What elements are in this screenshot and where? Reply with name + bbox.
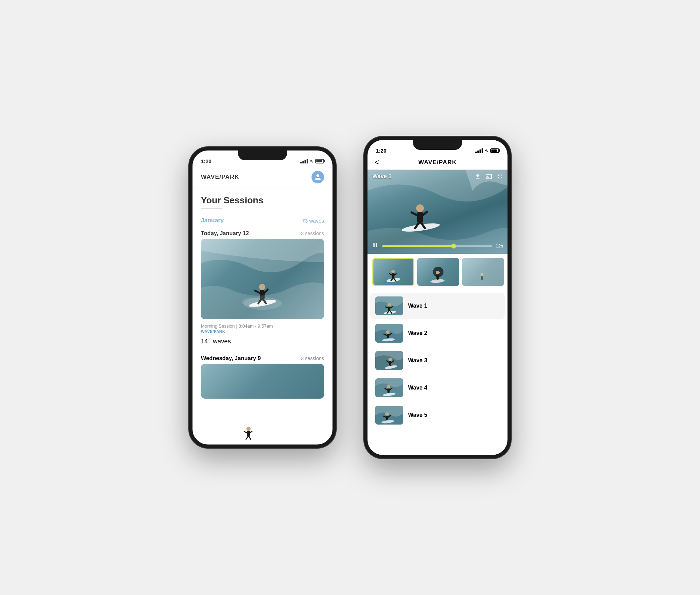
notch [238, 150, 287, 160]
svg-point-58 [387, 385, 390, 388]
svg-rect-33 [481, 275, 483, 280]
svg-point-46 [386, 330, 390, 334]
notch-right [413, 140, 462, 150]
time-label: 12s [496, 243, 503, 248]
bar2r [477, 150, 479, 153]
bar1r [475, 152, 477, 153]
wave-name-2: Wave 2 [408, 330, 427, 336]
svg-line-26 [390, 274, 392, 275]
surf-image-small [201, 364, 324, 399]
video-wave-label: Wave 1 [372, 173, 392, 180]
svg-point-38 [387, 303, 391, 307]
right-header: < WAVE/PARK [368, 157, 507, 170]
video-background [368, 170, 507, 254]
thumb-surfer-3 [475, 267, 489, 285]
wave-thumb-surfer-2 [375, 324, 403, 343]
session-image-wednesday[interactable] [201, 364, 324, 399]
wave-item-2[interactable]: Wave 2 [370, 320, 505, 346]
svg-rect-45 [387, 334, 389, 338]
thumbnail-3[interactable] [462, 258, 504, 286]
wave-name-5: Wave 5 [408, 412, 427, 418]
wave-thumb-surfer-3 [375, 351, 403, 370]
left-phone: 1:20 ∿ WAVE/PARK Your Sessions [189, 147, 336, 448]
wave-item-5[interactable]: Wave 5 [370, 402, 505, 428]
right-phone: 1:20 ∿ < WAVE/PARK [364, 136, 511, 458]
svg-point-32 [436, 271, 439, 274]
wave-shapes-video [368, 170, 507, 254]
video-controls-bottom: 12s [372, 241, 503, 250]
status-icons-right: ∿ [475, 148, 499, 153]
pause-button[interactable] [372, 241, 379, 250]
cast-icon[interactable] [486, 173, 492, 181]
wave-thumb-5 [375, 406, 403, 425]
thumbnail-2[interactable]: ▶ [417, 258, 459, 286]
svg-line-27 [394, 274, 396, 275]
status-time-right: 1:20 [376, 148, 386, 154]
video-player[interactable]: Wave 1 [368, 170, 507, 254]
wave-thumb-1 [375, 296, 403, 315]
svg-rect-24 [392, 273, 394, 279]
wave-thumb-3 [375, 351, 403, 370]
svg-rect-37 [388, 306, 390, 311]
progress-thumb [451, 244, 456, 248]
wave-name-1: Wave 1 [408, 303, 427, 309]
svg-point-52 [388, 358, 392, 361]
thumbnail-1[interactable] [372, 258, 414, 286]
fullscreen-icon[interactable] [497, 173, 503, 181]
app-logo-right: WAVE/PARK [418, 159, 456, 166]
wave-thumb-surfer-5 [375, 406, 403, 425]
wave-foam-small [201, 364, 324, 399]
back-button[interactable]: < [374, 158, 379, 167]
svg-point-25 [391, 270, 395, 273]
wave-thumb-4 [375, 378, 403, 397]
wave-name-3: Wave 3 [408, 357, 427, 364]
thumb-surfer-1 [385, 262, 402, 284]
video-controls-top [475, 173, 503, 181]
svg-rect-51 [389, 361, 391, 366]
thumb-surfer-2 [429, 264, 446, 285]
battery-icon-right [490, 148, 499, 153]
bar4r [482, 148, 483, 153]
wave-list: Wave 1 Wave 2 [368, 290, 507, 432]
svg-rect-31 [436, 274, 439, 280]
bar3r [479, 149, 481, 153]
wave-thumb-surfer-1 [375, 296, 403, 315]
thumbnails-strip: ▶ [368, 254, 507, 290]
wifi-icon-right: ∿ [485, 148, 489, 153]
wave-item-1[interactable]: Wave 1 [370, 293, 505, 319]
svg-point-34 [481, 273, 483, 276]
wave-thumb-surfer-4 [375, 378, 403, 397]
progress-bar[interactable] [382, 245, 492, 247]
svg-rect-63 [386, 415, 388, 420]
battery-fill-right [491, 149, 497, 152]
download-icon[interactable] [475, 173, 481, 181]
signal-bars-right [475, 148, 483, 153]
wave-item-3[interactable]: Wave 3 [370, 348, 505, 373]
svg-point-64 [385, 412, 389, 416]
wave-item-4[interactable]: Wave 4 [370, 375, 505, 401]
wave-thumb-2 [375, 324, 403, 343]
svg-rect-57 [387, 388, 390, 393]
progress-fill [382, 245, 454, 247]
wave-name-4: Wave 4 [408, 385, 427, 391]
left-phone-content: WAVE/PARK Your Sessions January 73 waves… [192, 167, 332, 444]
